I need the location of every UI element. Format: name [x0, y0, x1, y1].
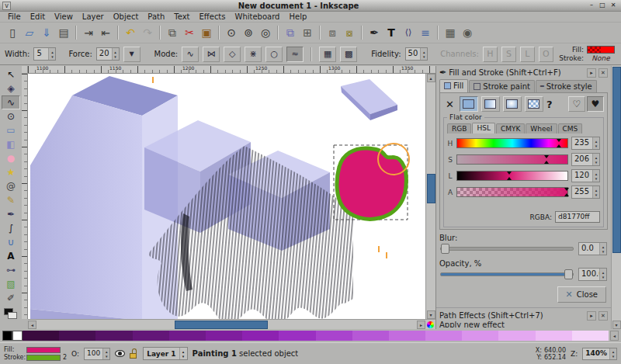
color-management-corner[interactable]: [425, 320, 435, 330]
panel-scroll-down-icon[interactable]: ▾: [612, 321, 621, 329]
object-opacity-arrows[interactable]: ▴▾: [102, 348, 109, 359]
print-button[interactable]: ▤: [55, 24, 72, 41]
opacity-spinbox[interactable]: 100.0 ▴▾: [578, 268, 607, 281]
blur-spinbox[interactable]: 0.0 ▴▾: [578, 242, 607, 255]
hue-spinbox[interactable]: 235 ▴▾: [571, 137, 600, 150]
mode-roughen-button[interactable]: ⋇: [245, 47, 262, 62]
palette-swatch-white[interactable]: [12, 331, 23, 341]
saturation-slider-marker[interactable]: [544, 155, 549, 158]
group-button[interactable]: ⧈: [324, 24, 341, 41]
layer-selector[interactable]: Layer 1 ▴▾: [143, 347, 187, 360]
use-pressure-button[interactable]: ▼: [123, 47, 141, 62]
layer-visibility-eye-icon[interactable]: [115, 350, 125, 357]
hue-slider-marker[interactable]: [557, 139, 561, 142]
palette-swatch[interactable]: [279, 331, 315, 341]
menu-file[interactable]: File: [3, 12, 26, 21]
pencil-tool-button[interactable]: ✎: [2, 193, 20, 207]
menu-view[interactable]: View: [50, 12, 78, 21]
horizontal-scroll-thumb[interactable]: [175, 321, 268, 329]
fill-rule-evenodd-button[interactable]: ♡: [568, 96, 585, 112]
minimize-button[interactable]: –: [586, 2, 597, 10]
import-button[interactable]: ⇥: [80, 24, 97, 41]
menu-help[interactable]: Help: [284, 12, 311, 21]
palette-swatch[interactable]: [572, 331, 609, 341]
force-spin-arrows[interactable]: ▴▾: [112, 48, 119, 60]
mode-color-jitter-button[interactable]: ▩: [340, 47, 357, 62]
palette-swatch[interactable]: [95, 331, 132, 341]
dock-close-icon[interactable]: ✕: [598, 68, 608, 78]
undo-button[interactable]: ↶: [122, 24, 139, 41]
tab-wheel[interactable]: Wheel: [526, 123, 557, 133]
palette-swatch[interactable]: [206, 331, 242, 341]
force-spinbox[interactable]: 20 ▴▾: [96, 47, 120, 61]
palette-swatch[interactable]: [498, 331, 535, 341]
saturation-slider[interactable]: [456, 154, 568, 165]
panel-scrollbar[interactable]: ▾: [611, 66, 621, 329]
tab-fill[interactable]: Fill: [439, 79, 468, 92]
text-tool-button[interactable]: A: [2, 249, 20, 263]
window-menu-icon[interactable]: v: [2, 2, 11, 10]
pen-tool-button[interactable]: ✒: [2, 207, 20, 221]
ellipse-tool-button[interactable]: ●: [2, 151, 20, 165]
zoom-selection-button[interactable]: ⊚: [240, 24, 257, 41]
vertical-scroll-thumb[interactable]: [427, 174, 435, 203]
menu-path[interactable]: Path: [143, 12, 169, 21]
menu-text[interactable]: Text: [169, 12, 194, 21]
tweak-tool-button[interactable]: ∿: [2, 95, 20, 109]
palette-swatch[interactable]: [352, 331, 389, 341]
dropper-tool-button[interactable]: ✐: [2, 291, 20, 305]
opacity-spin-arrows[interactable]: ▴▾: [599, 269, 606, 280]
titlebar[interactable]: v New document 1 - Inkscape – □ ✕: [0, 0, 621, 12]
statusbar-fill-swatch[interactable]: [26, 347, 61, 353]
channel-l-button[interactable]: L: [520, 47, 535, 62]
export-button[interactable]: ⇤: [97, 24, 114, 41]
rectangle-tool-button[interactable]: ▭: [2, 123, 20, 137]
find-button[interactable]: ◉: [459, 24, 476, 41]
close-button[interactable]: ✕: [608, 2, 619, 10]
toolbox-fill-stroke-swatch[interactable]: [4, 308, 18, 319]
save-document-button[interactable]: ⇓: [38, 24, 55, 41]
menu-edit[interactable]: Edit: [26, 12, 50, 21]
paint-flat-button[interactable]: [460, 96, 478, 112]
zoom-spinbox[interactable]: 140% ▴▾: [582, 348, 617, 360]
cut-button[interactable]: ✂: [181, 24, 198, 41]
palette-swatch[interactable]: [425, 331, 462, 341]
paint-unknown-button[interactable]: ?: [546, 99, 553, 110]
zoom-spin-arrows[interactable]: ▴▾: [609, 348, 616, 359]
horizontal-ruler[interactable]: 1100 1150 1200 1250 1300 1350: [28, 66, 435, 74]
channel-s-button[interactable]: S: [501, 47, 516, 62]
statusbar-stroke-swatch[interactable]: [26, 355, 61, 361]
mode-attract-button[interactable]: ◇: [224, 47, 241, 62]
stroke-none-value[interactable]: None: [587, 54, 615, 62]
star-tool-button[interactable]: ★: [2, 165, 20, 179]
dock-detach-icon[interactable]: ▸: [587, 68, 596, 78]
copy-button[interactable]: ⧉: [164, 24, 181, 41]
tab-stroke-paint[interactable]: Stroke paint: [469, 80, 535, 92]
panel-scroll-thumb[interactable]: [612, 67, 621, 253]
mode-shrink-button[interactable]: ⋈: [203, 47, 220, 62]
palette-swatch[interactable]: [59, 331, 95, 341]
open-document-button[interactable]: ▱: [21, 24, 38, 41]
lightness-spin-arrows[interactable]: ▴▾: [592, 170, 599, 182]
width-spinbox[interactable]: 5 ▴▾: [33, 47, 56, 61]
hue-spin-arrows[interactable]: ▴▾: [592, 137, 599, 149]
xml-editor-button[interactable]: ⟨⟩: [400, 24, 417, 41]
menu-object[interactable]: Object: [109, 12, 144, 21]
alpha-slider[interactable]: [456, 187, 568, 197]
gradient-tool-button[interactable]: ▧: [2, 277, 20, 291]
fidelity-spin-arrows[interactable]: ▴▾: [420, 48, 427, 60]
canvas-vertical-scrollbar[interactable]: ▴ ▾: [425, 74, 435, 319]
tab-hsl[interactable]: HSL: [472, 123, 495, 133]
align-dialog-button[interactable]: ≡: [417, 24, 434, 41]
lightness-slider-marker[interactable]: [507, 172, 512, 175]
channel-h-button[interactable]: H: [483, 47, 498, 62]
palette-swatch[interactable]: [23, 331, 59, 341]
duplicate-button[interactable]: ⧉: [282, 24, 299, 41]
lightness-spinbox[interactable]: 120 ▴▾: [571, 169, 600, 182]
palette-swatch[interactable]: [462, 331, 498, 341]
tab-cms[interactable]: CMS: [558, 123, 583, 133]
paint-radial-gradient-button[interactable]: [503, 96, 522, 112]
tab-cmyk[interactable]: CMYK: [496, 123, 525, 133]
scroll-down-icon[interactable]: ▾: [427, 310, 435, 319]
dock-titlebar[interactable]: ✒ Fill and Stroke (Shift+Ctrl+F) ▸ ✕: [439, 68, 608, 78]
